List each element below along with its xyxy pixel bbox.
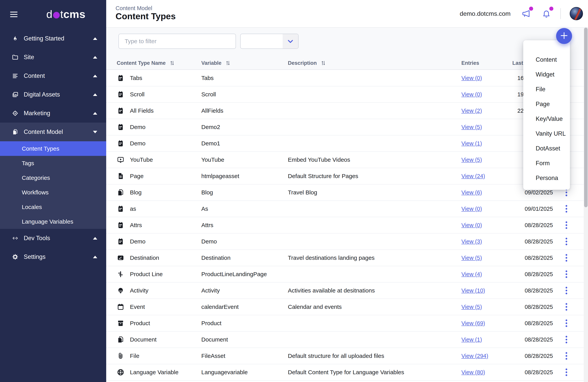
table-row[interactable]: Document Document View (1) 08/28/2025 <box>106 332 588 348</box>
sidebar-item-settings[interactable]: Settings <box>0 247 106 266</box>
content-types-page: dtcms Getting Started Site Content Digit… <box>0 0 588 382</box>
table-row[interactable]: Demo Demo1 View (1) <box>106 135 588 152</box>
table-row[interactable]: Demo Demo2 View (5) <box>106 119 588 135</box>
view-entries-link[interactable]: View (6) <box>461 189 482 196</box>
sidebar-item-categories[interactable]: Categories <box>0 170 106 185</box>
row-actions-kebab-icon[interactable] <box>560 237 573 246</box>
table-row[interactable]: Scroll Scroll View (0) 19 <box>106 86 588 103</box>
row-actions-kebab-icon[interactable] <box>560 221 573 229</box>
table-row[interactable]: Event calendarEvent Calendar and events … <box>106 299 588 315</box>
sidebar-item-workflows[interactable]: Workflows <box>0 185 106 200</box>
sort-icon[interactable] <box>169 60 175 66</box>
view-entries-link[interactable]: View (0) <box>461 206 482 212</box>
sidebar-item-digital-assets[interactable]: Digital Assets <box>0 85 106 104</box>
table-row[interactable]: Attrs Attrs View (0) 08/28/2025 <box>106 217 588 233</box>
table-row[interactable]: All Fields AllFields View (2) 22 <box>106 103 588 119</box>
content-type-description: Calendar and events <box>288 304 461 310</box>
view-entries-link[interactable]: View (1) <box>461 140 482 147</box>
breadcrumb[interactable]: Content Model <box>116 5 152 11</box>
table-row[interactable]: Activity Activity Activities available a… <box>106 283 588 299</box>
view-entries-link[interactable]: View (69) <box>461 320 485 326</box>
scrollbar-thumb[interactable] <box>584 28 588 207</box>
sidebar-item-language-variables[interactable]: Language Variables <box>0 214 106 229</box>
view-entries-link[interactable]: View (4) <box>461 271 482 277</box>
chevron-down-icon <box>93 131 97 133</box>
current-site-label[interactable]: demo.dotcms.com <box>460 10 511 17</box>
view-entries-link[interactable]: View (5) <box>461 157 482 163</box>
row-actions-kebab-icon[interactable] <box>560 368 573 377</box>
product-line-icon <box>117 270 125 278</box>
table-row[interactable]: Language Variable Languagevariable Defau… <box>106 364 588 381</box>
sidebar-item-site[interactable]: Site <box>0 48 106 67</box>
sort-icon[interactable] <box>225 60 231 66</box>
notifications-bell-icon[interactable] <box>542 9 551 18</box>
filter-input[interactable] <box>118 34 236 49</box>
table-row[interactable]: Tabs Tabs View (0) 16 <box>106 70 588 86</box>
create-menu-item-key-value[interactable]: Key/Value <box>523 112 570 126</box>
view-entries-link[interactable]: View (2) <box>461 108 482 114</box>
entries-cell: View (2) <box>461 108 517 114</box>
row-actions-kebab-icon[interactable] <box>560 204 573 213</box>
column-header-content-type-name[interactable]: Content Type Name <box>117 60 201 66</box>
row-actions-kebab-icon[interactable] <box>560 286 573 295</box>
menu-toggle-icon[interactable] <box>10 12 18 17</box>
sidebar-item-locales[interactable]: Locales <box>0 200 106 214</box>
create-menu-item-form[interactable]: Form <box>523 156 570 171</box>
view-entries-link[interactable]: View (24) <box>461 173 485 179</box>
sidebar-item-content-types[interactable]: Content Types <box>0 141 106 156</box>
create-menu-item-persona[interactable]: Persona <box>523 171 570 185</box>
view-entries-link[interactable]: View (0) <box>461 75 482 81</box>
column-header-variable[interactable]: Variable <box>201 60 288 66</box>
table-row[interactable]: File FileAsset Default structure for all… <box>106 348 588 364</box>
view-entries-link[interactable]: View (3) <box>461 238 482 245</box>
avatar[interactable] <box>570 7 583 20</box>
sidebar-item-tags[interactable]: Tags <box>0 156 106 170</box>
create-menu-item-vanity-url[interactable]: Vanity URL <box>523 126 570 141</box>
content-type-name: Language Variable <box>130 369 201 376</box>
row-actions-kebab-icon[interactable] <box>560 319 573 328</box>
table-row[interactable]: Blog Blog Travel Blog View (6) 09/02/202… <box>106 184 588 201</box>
table-row[interactable]: Product Line ProductLineLandingPage View… <box>106 266 588 283</box>
table-row[interactable]: Product Product View (69) 08/28/2025 <box>106 315 588 332</box>
create-menu-item-file[interactable]: File <box>523 82 570 97</box>
content-type-name: Tabs <box>130 75 201 81</box>
sidebar-item-getting-started[interactable]: Getting Started <box>0 29 106 48</box>
view-entries-link[interactable]: View (0) <box>461 222 482 228</box>
sidebar-item-dev-tools[interactable]: Dev Tools <box>0 229 106 247</box>
sidebar-item-marketing[interactable]: Marketing <box>0 104 106 123</box>
chevron-up-icon <box>93 56 97 59</box>
type-filter-select[interactable] <box>240 34 299 49</box>
sidebar-subitem-label: Categories <box>22 175 50 181</box>
row-actions-kebab-icon[interactable] <box>560 303 573 311</box>
create-menu-item-dotasset[interactable]: DotAsset <box>523 141 570 156</box>
add-content-type-button[interactable] <box>556 28 572 44</box>
column-header-description[interactable]: Description <box>288 60 461 66</box>
row-actions-kebab-icon[interactable] <box>560 352 573 360</box>
row-actions-kebab-icon[interactable] <box>560 270 573 278</box>
view-entries-link[interactable]: View (1) <box>461 337 482 343</box>
sort-icon[interactable] <box>320 60 326 66</box>
row-actions-kebab-icon[interactable] <box>560 254 573 262</box>
table-row[interactable]: as As View (0) 09/01/2025 <box>106 201 588 217</box>
scrollbar[interactable] <box>584 28 588 382</box>
view-entries-link[interactable]: View (80) <box>461 369 485 375</box>
row-actions-kebab-icon[interactable] <box>560 335 573 344</box>
view-entries-link[interactable]: View (0) <box>461 91 482 97</box>
announcements-icon[interactable] <box>522 9 531 18</box>
create-menu-item-page[interactable]: Page <box>523 97 570 112</box>
table-row[interactable]: Page htmlpageasset Default Structure for… <box>106 168 588 184</box>
table-row[interactable]: Demo Demo View (3) 08/28/2025 <box>106 233 588 250</box>
create-menu-item-content[interactable]: Content <box>523 52 570 67</box>
view-entries-link[interactable]: View (10) <box>461 287 485 294</box>
sidebar-item-content[interactable]: Content <box>0 67 106 85</box>
view-entries-link[interactable]: View (294) <box>461 353 488 359</box>
sidebar-item-content-model[interactable]: Content Model <box>0 123 106 141</box>
view-entries-link[interactable]: View (5) <box>461 255 482 261</box>
table-row[interactable]: Destination Destination Travel destinati… <box>106 250 588 266</box>
table-row[interactable]: YouTube YouTube Embed YouTube Videos Vie… <box>106 152 588 168</box>
table-row[interactable]: Category Filter CategoryFilter View (1) … <box>106 381 588 382</box>
view-entries-link[interactable]: View (5) <box>461 124 482 130</box>
create-menu-item-widget[interactable]: Widget <box>523 67 570 82</box>
view-entries-link[interactable]: View (5) <box>461 304 482 310</box>
content-type-description: Activities available at desitnations <box>288 287 461 294</box>
